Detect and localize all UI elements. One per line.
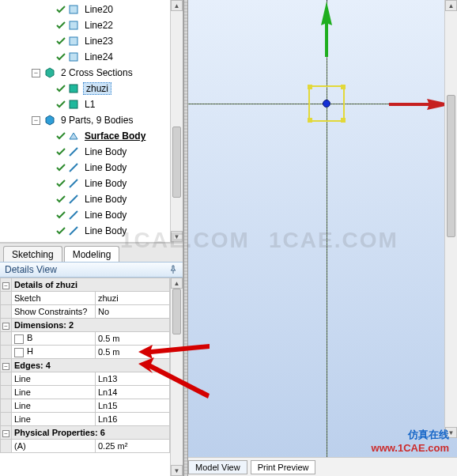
prop-value[interactable]: zhuzi bbox=[96, 292, 170, 305]
tree-label: Line Body bbox=[83, 162, 128, 173]
details-section-header: Physical Properties: 6 bbox=[12, 426, 170, 440]
prop-key: Sketch bbox=[12, 292, 96, 305]
sketch-line-icon bbox=[67, 19, 80, 32]
tree-label: Line Body bbox=[83, 210, 128, 221]
scroll-down-icon[interactable]: ▼ bbox=[171, 465, 183, 476]
tab-model-view[interactable]: Model View bbox=[188, 460, 247, 474]
tree-item-line-body[interactable]: Line Body bbox=[0, 191, 183, 207]
scroll-up-icon[interactable]: ▲ bbox=[171, 278, 183, 289]
prop-value[interactable]: No bbox=[96, 305, 170, 319]
tree-item-zhuzi[interactable]: zhuzi bbox=[0, 81, 183, 96]
collapse-icon[interactable]: − bbox=[2, 282, 9, 289]
tree-item-cross-sections[interactable]: −2 Cross Sections bbox=[0, 65, 183, 81]
svg-rect-5 bbox=[70, 100, 77, 108]
tree-item-line23[interactable]: Line23 bbox=[0, 33, 183, 49]
details-view-title: Details View bbox=[5, 264, 57, 275]
check-icon bbox=[55, 19, 66, 32]
tree-item-line24[interactable]: Line24 bbox=[0, 49, 183, 65]
check-icon bbox=[55, 209, 66, 221]
tree-label: Line Body bbox=[83, 146, 128, 157]
scroll-thumb[interactable] bbox=[447, 95, 455, 237]
tree-label: Line22 bbox=[83, 20, 115, 31]
tree-item-line20[interactable]: Line20 bbox=[0, 2, 183, 17]
svg-rect-2 bbox=[70, 37, 77, 45]
section-profile-icon bbox=[67, 98, 80, 111]
details-scrollbar[interactable]: ▲ ▼ bbox=[170, 278, 183, 476]
svg-marker-13 bbox=[389, 99, 452, 110]
line-body-icon bbox=[67, 161, 80, 174]
tree-item-line-body[interactable]: Line Body bbox=[0, 144, 183, 160]
line-body-icon bbox=[67, 145, 80, 158]
details-grid[interactable]: −Details of zhuzi Sketchzhuzi Show Const… bbox=[0, 278, 183, 476]
prop-value[interactable]: Ln14 bbox=[96, 386, 170, 399]
tree-item-l1[interactable]: L1 bbox=[0, 96, 183, 112]
prop-value[interactable]: 0.5 m bbox=[96, 332, 170, 346]
scroll-up-icon[interactable]: ▲ bbox=[171, 0, 183, 11]
prop-value[interactable]: 0.5 m bbox=[96, 346, 170, 359]
line-body-icon bbox=[67, 193, 80, 206]
svg-rect-4 bbox=[70, 85, 77, 93]
graphics-viewport[interactable]: ▲ ▼ bbox=[183, 0, 457, 457]
tree-item-line-body[interactable]: Line Body bbox=[0, 176, 183, 191]
tree-item-parts[interactable]: −9 Parts, 9 Bodies bbox=[0, 112, 183, 128]
outline-tree[interactable]: Line20 Line22 Line23 Line24 −2 Cross Sec… bbox=[0, 0, 183, 243]
prop-key[interactable]: H bbox=[12, 346, 96, 359]
check-icon bbox=[55, 3, 66, 16]
tree-item-surface-body[interactable]: Surface Body bbox=[0, 128, 183, 144]
section-profile-icon bbox=[67, 82, 80, 95]
prop-key: Line bbox=[12, 413, 96, 426]
collapse-icon[interactable]: − bbox=[2, 363, 9, 370]
details-section-header: Details of zhuzi bbox=[12, 278, 170, 292]
viewport-scrollbar[interactable]: ▲ ▼ bbox=[444, 0, 457, 438]
collapse-icon[interactable]: − bbox=[2, 323, 9, 330]
svg-line-6 bbox=[70, 148, 77, 156]
check-icon bbox=[55, 51, 66, 63]
tree-item-line-body[interactable]: Line Body bbox=[0, 207, 183, 223]
tab-modeling[interactable]: Modeling bbox=[64, 246, 120, 262]
details-section-header: Dimensions: 2 bbox=[12, 319, 170, 332]
tree-item-line-body[interactable]: Line Body bbox=[0, 223, 183, 239]
mode-tabs: Sketching Modeling bbox=[0, 243, 183, 262]
tab-print-preview[interactable]: Print Preview bbox=[251, 460, 316, 474]
check-icon bbox=[55, 225, 66, 237]
collapse-icon[interactable]: − bbox=[2, 430, 9, 437]
splitter-handle[interactable] bbox=[183, 0, 188, 476]
scroll-thumb[interactable] bbox=[172, 289, 181, 334]
tree-label: Line Body bbox=[83, 194, 128, 205]
check-icon bbox=[55, 98, 66, 111]
svg-line-10 bbox=[70, 211, 77, 219]
pin-icon[interactable] bbox=[168, 265, 178, 274]
check-icon bbox=[55, 193, 66, 206]
check-icon bbox=[55, 82, 66, 95]
prop-value[interactable]: Ln16 bbox=[96, 413, 170, 426]
collapse-icon[interactable]: − bbox=[32, 116, 40, 125]
tree-label: 2 Cross Sections bbox=[59, 67, 134, 78]
prop-value[interactable]: 0.25 m² bbox=[96, 440, 170, 453]
sketch-line-icon bbox=[67, 3, 80, 16]
prop-key: (A) bbox=[12, 440, 96, 453]
tree-item-line-body[interactable]: Line Body bbox=[0, 160, 183, 176]
scroll-up-icon[interactable]: ▲ bbox=[445, 0, 457, 11]
tree-item-line22[interactable]: Line22 bbox=[0, 17, 183, 33]
scroll-thumb[interactable] bbox=[172, 127, 181, 198]
scroll-down-icon[interactable]: ▼ bbox=[445, 427, 457, 438]
prop-key[interactable]: B bbox=[12, 332, 96, 346]
resize-handle[interactable] bbox=[308, 118, 312, 123]
scroll-down-icon[interactable]: ▼ bbox=[171, 231, 183, 242]
sketch-line-icon bbox=[67, 51, 80, 63]
resize-handle[interactable] bbox=[308, 85, 312, 89]
prop-key: Line bbox=[12, 372, 96, 386]
prop-key: Line bbox=[12, 399, 96, 413]
prop-value[interactable]: Ln15 bbox=[96, 399, 170, 413]
collapse-icon[interactable]: − bbox=[32, 69, 40, 77]
tree-scrollbar[interactable]: ▲ ▼ bbox=[170, 0, 183, 242]
prop-value[interactable]: Ln13 bbox=[96, 372, 170, 386]
check-icon bbox=[55, 35, 66, 47]
check-icon bbox=[55, 145, 66, 158]
svg-rect-0 bbox=[70, 6, 77, 13]
tab-sketching[interactable]: Sketching bbox=[3, 246, 62, 262]
resize-handle[interactable] bbox=[341, 118, 346, 123]
check-icon bbox=[55, 177, 66, 190]
resize-handle[interactable] bbox=[341, 85, 346, 89]
tree-label: zhuzi bbox=[83, 82, 111, 95]
